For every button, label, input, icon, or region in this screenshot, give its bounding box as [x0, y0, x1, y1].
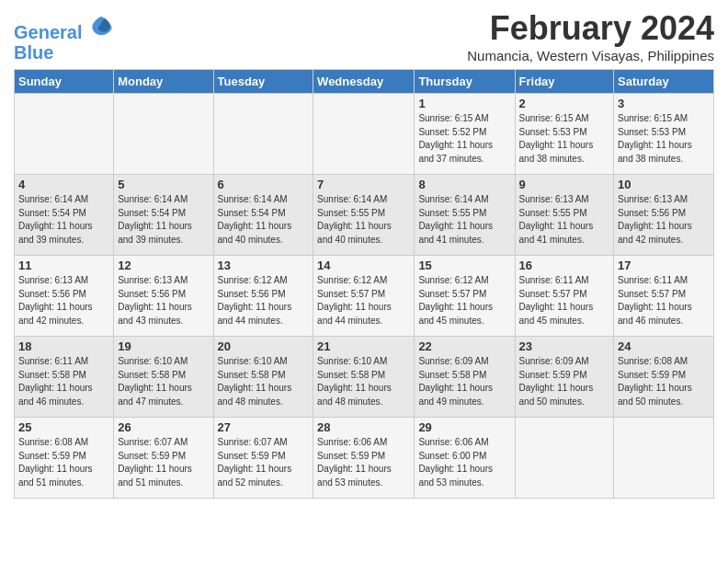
month-year-title: February 2024: [467, 9, 714, 48]
logo-text: General: [14, 13, 115, 42]
day-info: Sunrise: 6:12 AMSunset: 5:57 PMDaylight:…: [317, 274, 410, 327]
day-number: 2: [519, 97, 610, 110]
calendar-cell: 11Sunrise: 6:13 AMSunset: 5:56 PMDayligh…: [15, 256, 114, 337]
day-number: 17: [618, 259, 710, 272]
day-info: Sunrise: 6:11 AMSunset: 5:58 PMDaylight:…: [18, 355, 109, 408]
day-number: 3: [618, 97, 710, 110]
calendar-table: SundayMondayTuesdayWednesdayThursdayFrid…: [14, 69, 714, 499]
day-info: Sunrise: 6:15 AMSunset: 5:53 PMDaylight:…: [519, 112, 610, 166]
calendar-header: SundayMondayTuesdayWednesdayThursdayFrid…: [15, 70, 714, 94]
day-number: 7: [317, 178, 410, 191]
day-info: Sunrise: 6:10 AMSunset: 5:58 PMDaylight:…: [218, 355, 310, 408]
calendar-cell: [515, 418, 614, 499]
day-info: Sunrise: 6:14 AMSunset: 5:54 PMDaylight:…: [18, 193, 109, 247]
day-info: Sunrise: 6:06 AMSunset: 5:59 PMDaylight:…: [317, 436, 410, 489]
calendar-cell: 13Sunrise: 6:12 AMSunset: 5:56 PMDayligh…: [213, 256, 313, 337]
day-info: Sunrise: 6:13 AMSunset: 5:55 PMDaylight:…: [519, 193, 610, 247]
calendar-body: 1Sunrise: 6:15 AMSunset: 5:52 PMDaylight…: [15, 94, 714, 499]
calendar-cell: 18Sunrise: 6:11 AMSunset: 5:58 PMDayligh…: [15, 337, 114, 418]
day-info: Sunrise: 6:08 AMSunset: 5:59 PMDaylight:…: [18, 436, 109, 489]
day-info: Sunrise: 6:14 AMSunset: 5:54 PMDaylight:…: [118, 193, 209, 247]
day-number: 27: [218, 420, 310, 434]
day-number: 28: [317, 420, 410, 434]
calendar-cell: 25Sunrise: 6:08 AMSunset: 5:59 PMDayligh…: [15, 418, 114, 499]
day-info: Sunrise: 6:15 AMSunset: 5:52 PMDaylight:…: [418, 112, 510, 166]
calendar-cell: 21Sunrise: 6:10 AMSunset: 5:58 PMDayligh…: [313, 337, 415, 418]
calendar-cell: [313, 94, 415, 175]
day-info: Sunrise: 6:15 AMSunset: 5:53 PMDaylight:…: [618, 112, 710, 166]
day-number: 1: [418, 97, 510, 110]
logo-general: General: [14, 22, 82, 42]
day-number: 4: [18, 178, 109, 191]
day-info: Sunrise: 6:11 AMSunset: 5:57 PMDaylight:…: [519, 274, 610, 327]
day-number: 13: [218, 259, 310, 272]
calendar-cell: 7Sunrise: 6:14 AMSunset: 5:55 PMDaylight…: [313, 175, 415, 256]
day-info: Sunrise: 6:12 AMSunset: 5:57 PMDaylight:…: [418, 274, 510, 327]
day-info: Sunrise: 6:09 AMSunset: 5:59 PMDaylight:…: [519, 355, 610, 408]
day-info: Sunrise: 6:11 AMSunset: 5:57 PMDaylight:…: [618, 274, 710, 327]
day-number: 9: [519, 178, 610, 191]
day-info: Sunrise: 6:13 AMSunset: 5:56 PMDaylight:…: [618, 193, 710, 247]
day-number: 6: [218, 178, 310, 191]
week-row-2: 4Sunrise: 6:14 AMSunset: 5:54 PMDaylight…: [15, 175, 714, 256]
calendar-cell: [114, 94, 213, 175]
day-info: Sunrise: 6:14 AMSunset: 5:54 PMDaylight:…: [218, 193, 310, 247]
day-number: 8: [418, 178, 510, 191]
logo-blue: Blue: [14, 42, 115, 63]
logo: General Blue: [14, 13, 115, 63]
calendar-cell: 22Sunrise: 6:09 AMSunset: 5:58 PMDayligh…: [415, 337, 515, 418]
day-number: 24: [618, 339, 710, 353]
day-number: 11: [18, 259, 109, 272]
day-info: Sunrise: 6:10 AMSunset: 5:58 PMDaylight:…: [317, 355, 410, 408]
day-number: 22: [418, 339, 510, 353]
day-info: Sunrise: 6:08 AMSunset: 5:59 PMDaylight:…: [618, 355, 710, 408]
header-day-tuesday: Tuesday: [213, 70, 313, 94]
day-number: 12: [118, 259, 209, 272]
day-info: Sunrise: 6:13 AMSunset: 5:56 PMDaylight:…: [18, 274, 109, 327]
calendar-cell: 4Sunrise: 6:14 AMSunset: 5:54 PMDaylight…: [15, 175, 114, 256]
calendar-cell: 16Sunrise: 6:11 AMSunset: 5:57 PMDayligh…: [515, 256, 614, 337]
calendar-cell: 29Sunrise: 6:06 AMSunset: 6:00 PMDayligh…: [415, 418, 515, 499]
day-info: Sunrise: 6:14 AMSunset: 5:55 PMDaylight:…: [317, 193, 410, 247]
day-number: 29: [418, 420, 510, 434]
day-number: 14: [317, 259, 410, 272]
day-number: 15: [418, 259, 510, 272]
calendar-cell: 20Sunrise: 6:10 AMSunset: 5:58 PMDayligh…: [213, 337, 313, 418]
week-row-3: 11Sunrise: 6:13 AMSunset: 5:56 PMDayligh…: [15, 256, 714, 337]
day-number: 19: [118, 339, 209, 353]
day-info: Sunrise: 6:13 AMSunset: 5:56 PMDaylight:…: [118, 274, 209, 327]
calendar-cell: [213, 94, 313, 175]
day-number: 5: [118, 178, 209, 191]
day-info: Sunrise: 6:06 AMSunset: 6:00 PMDaylight:…: [418, 436, 510, 489]
calendar-cell: 14Sunrise: 6:12 AMSunset: 5:57 PMDayligh…: [313, 256, 415, 337]
day-number: 10: [618, 178, 710, 191]
header-row: SundayMondayTuesdayWednesdayThursdayFrid…: [15, 70, 714, 94]
day-info: Sunrise: 6:10 AMSunset: 5:58 PMDaylight:…: [118, 355, 209, 408]
week-row-1: 1Sunrise: 6:15 AMSunset: 5:52 PMDaylight…: [15, 94, 714, 175]
logo-blue-text: Blue: [14, 42, 53, 63]
calendar-cell: 27Sunrise: 6:07 AMSunset: 5:59 PMDayligh…: [213, 418, 313, 499]
calendar-cell: 26Sunrise: 6:07 AMSunset: 5:59 PMDayligh…: [114, 418, 213, 499]
calendar-cell: 15Sunrise: 6:12 AMSunset: 5:57 PMDayligh…: [415, 256, 515, 337]
calendar-cell: 6Sunrise: 6:14 AMSunset: 5:54 PMDaylight…: [213, 175, 313, 256]
calendar-cell: 24Sunrise: 6:08 AMSunset: 5:59 PMDayligh…: [614, 337, 714, 418]
week-row-4: 18Sunrise: 6:11 AMSunset: 5:58 PMDayligh…: [15, 337, 714, 418]
calendar-cell: 12Sunrise: 6:13 AMSunset: 5:56 PMDayligh…: [114, 256, 213, 337]
calendar-cell: 9Sunrise: 6:13 AMSunset: 5:55 PMDaylight…: [515, 175, 614, 256]
calendar-cell: 19Sunrise: 6:10 AMSunset: 5:58 PMDayligh…: [114, 337, 213, 418]
header-day-sunday: Sunday: [15, 70, 114, 94]
header-day-friday: Friday: [515, 70, 614, 94]
calendar-cell: 2Sunrise: 6:15 AMSunset: 5:53 PMDaylight…: [515, 94, 614, 175]
calendar-cell: 23Sunrise: 6:09 AMSunset: 5:59 PMDayligh…: [515, 337, 614, 418]
location-subtitle: Numancia, Western Visayas, Philippines: [467, 48, 714, 63]
day-number: 25: [18, 420, 109, 434]
day-number: 18: [18, 339, 109, 353]
calendar-cell: 10Sunrise: 6:13 AMSunset: 5:56 PMDayligh…: [614, 175, 714, 256]
calendar-cell: 17Sunrise: 6:11 AMSunset: 5:57 PMDayligh…: [614, 256, 714, 337]
calendar-cell: 28Sunrise: 6:06 AMSunset: 5:59 PMDayligh…: [313, 418, 415, 499]
day-number: 16: [519, 259, 610, 272]
calendar-cell: [614, 418, 714, 499]
calendar-cell: 1Sunrise: 6:15 AMSunset: 5:52 PMDaylight…: [415, 94, 515, 175]
header-day-wednesday: Wednesday: [313, 70, 415, 94]
header-day-thursday: Thursday: [415, 70, 515, 94]
